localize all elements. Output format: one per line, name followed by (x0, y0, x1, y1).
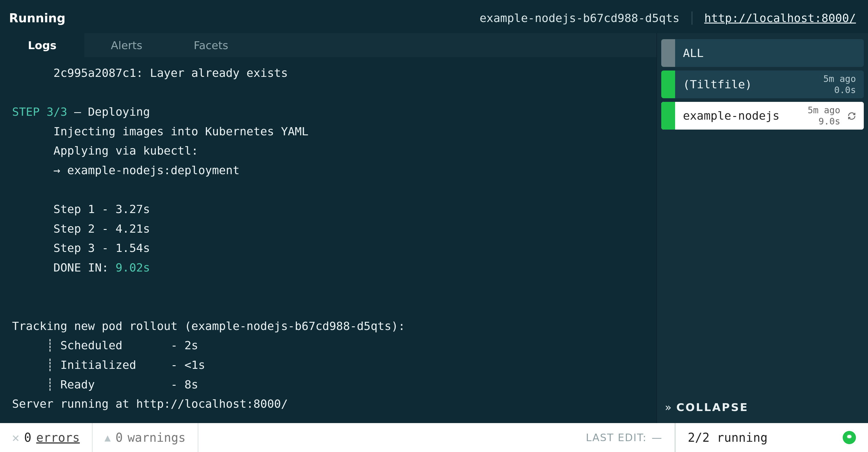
collapse-button[interactable]: » COLLAPSE (661, 397, 864, 420)
pod-name: example-nodejs-b67cd988-d5qts (479, 11, 679, 25)
log-line: Step 3 - 1.54s (12, 241, 150, 255)
log-done-time: 9.02s (116, 261, 150, 274)
warnings-count: 0 (116, 430, 123, 445)
log-line: Step 2 - 4.21s (12, 222, 150, 235)
sidebar-item-tiltfile[interactable]: (Tiltfile) 5m ago 0.0s (661, 70, 864, 98)
running-count: 2/2 running (688, 430, 768, 445)
log-done-prefix: DONE IN: (12, 261, 116, 274)
header-bar: Running example-nodejs-b67cd988-d5qts ht… (0, 0, 868, 33)
status-stripe (661, 70, 675, 98)
errors-cell[interactable]: ✕ 0 errors (0, 423, 93, 452)
tab-alerts[interactable]: Alerts (84, 33, 169, 57)
refresh-icon[interactable] (847, 111, 856, 120)
log-pane[interactable]: 2c995a2087c1: Layer already exists STEP … (0, 57, 656, 423)
tab-bar: Logs Alerts Facets (0, 33, 656, 57)
sidebar-item-ago: 5m ago (824, 73, 856, 85)
sidebar-item-label: ALL (683, 46, 704, 60)
log-line: Step 1 - 3.27s (12, 202, 150, 216)
chevron-right-icon: » (665, 401, 672, 413)
log-line: Applying via kubectl: (12, 144, 198, 157)
status-ok-icon (843, 431, 856, 444)
errors-link[interactable]: errors (36, 430, 80, 445)
sidebar-item-duration: 0.0s (824, 85, 856, 96)
header-divider (692, 11, 692, 25)
sidebar-item-all[interactable]: ALL (661, 39, 864, 67)
status-label: Running (9, 11, 65, 25)
last-edit-value: — (652, 431, 662, 444)
tab-logs[interactable]: Logs (0, 33, 84, 57)
warnings-label: warnings (127, 430, 186, 445)
sidebar-item-label: example-nodejs (683, 109, 779, 122)
status-stripe (661, 39, 675, 67)
log-line: Server running at http://localhost:8000/ (12, 397, 288, 411)
log-line: 2c995a2087c1: Layer already exists (12, 66, 288, 79)
log-line: → example-nodejs:deployment (12, 164, 240, 177)
sidebar-item-ago: 5m ago (808, 104, 840, 116)
header-meta: example-nodejs-b67cd988-d5qts http://loc… (479, 11, 856, 25)
log-step-title: Deploying (88, 105, 150, 119)
last-edit-cell: LAST EDIT: — (574, 423, 675, 452)
collapse-label: COLLAPSE (676, 401, 749, 413)
log-line: ┊ Initialized - <1s (12, 358, 205, 372)
warnings-cell[interactable]: ▲ 0 warnings (93, 423, 198, 452)
last-edit-label: LAST EDIT: (586, 431, 647, 444)
sidebar-item-label: (Tiltfile) (683, 78, 752, 91)
running-cell: 2/2 running (675, 423, 868, 452)
log-line: Tracking new pod rollout (example-nodejs… (12, 319, 405, 333)
tab-facets[interactable]: Facets (169, 33, 253, 57)
errors-count: 0 (24, 430, 31, 445)
resource-sidebar: ALL (Tiltfile) 5m ago 0.0s example-nodej… (657, 33, 868, 423)
sidebar-item-duration: 9.0s (808, 116, 840, 127)
status-stripe (661, 102, 675, 130)
log-line: ┊ Scheduled - 2s (12, 339, 198, 352)
log-line: Injecting images into Kubernetes YAML (12, 125, 309, 138)
x-icon: ✕ (12, 430, 19, 445)
log-line: ┊ Ready - 8s (12, 378, 198, 391)
log-step-label: STEP 3/3 (12, 105, 67, 119)
log-step-sep: — (67, 105, 88, 119)
sidebar-item-example-nodejs[interactable]: example-nodejs 5m ago 9.0s (661, 102, 864, 130)
endpoint-link[interactable]: http://localhost:8000/ (704, 11, 856, 25)
status-footer: ✕ 0 errors ▲ 0 warnings LAST EDIT: — 2/2… (0, 423, 868, 452)
warning-icon: ▲ (104, 431, 111, 444)
